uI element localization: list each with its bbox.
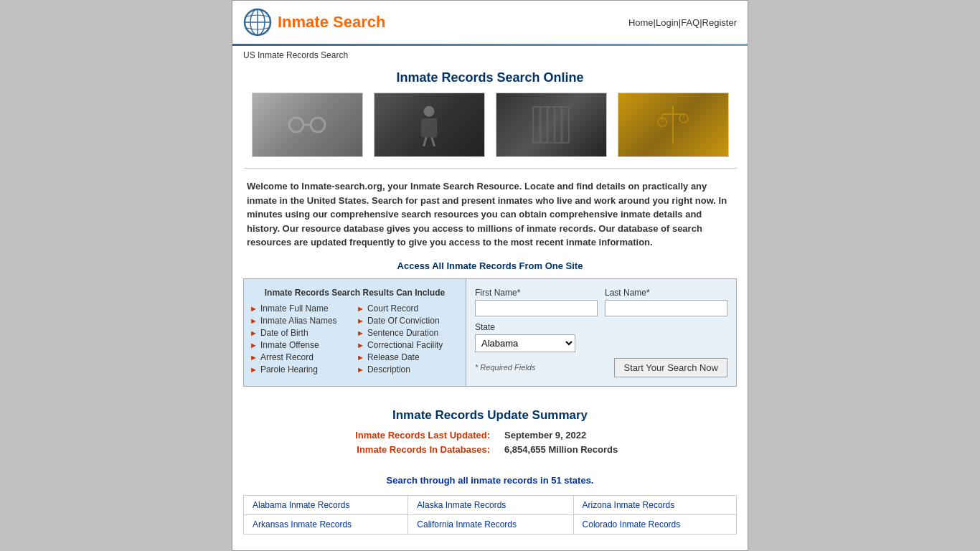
image-arrest xyxy=(374,93,485,157)
arrow-icon: ► xyxy=(250,341,258,349)
list-item: ► Date Of Conviction xyxy=(357,316,460,326)
item-label: Date of Birth xyxy=(260,328,308,338)
right-panel: First Name* Last Name* State AlabamaAlas… xyxy=(466,279,736,386)
divider xyxy=(243,168,737,169)
item-label: Sentence Duration xyxy=(367,328,438,338)
state-link[interactable]: Alabama Inmate Records xyxy=(253,500,349,510)
register-link[interactable]: Register xyxy=(702,17,737,28)
item-label: Correctional Facility xyxy=(367,340,443,350)
item-label: Date Of Conviction xyxy=(367,316,440,326)
table-cell[interactable]: California Inmate Records xyxy=(408,514,573,534)
welcome-text: Welcome to Inmate-search.org, your Inmat… xyxy=(232,172,748,257)
svg-rect-8 xyxy=(421,118,438,137)
item-label: Court Record xyxy=(367,303,418,314)
svg-rect-7 xyxy=(424,106,435,117)
svg-point-4 xyxy=(289,118,303,132)
breadcrumb: US Inmate Records Search xyxy=(232,46,748,65)
state-link[interactable]: Arkansas Inmate Records xyxy=(253,519,352,529)
update-summary: Inmate Records Update Summary Inmate Rec… xyxy=(232,397,748,469)
state-select[interactable]: AlabamaAlaskaArizonaArkansasCaliforniaCo… xyxy=(475,334,575,352)
list-item: ► Correctional Facility xyxy=(357,340,460,350)
search-states-link: Search through all inmate records in 51 … xyxy=(232,469,748,491)
arrow-icon: ► xyxy=(357,341,364,349)
table-row: Alabama Inmate Records Alaska Inmate Rec… xyxy=(244,495,737,514)
svg-rect-11 xyxy=(533,107,569,143)
records-label: Inmate Records In Databases: xyxy=(332,444,490,455)
svg-line-9 xyxy=(424,137,427,146)
records-value: 6,854,655 Million Records xyxy=(504,444,648,455)
page-title: Inmate Records Search Online xyxy=(232,70,748,85)
last-name-input[interactable] xyxy=(605,300,727,316)
access-heading: Access All Inmate Records From One Site xyxy=(232,257,748,275)
list-item: ► Date of Birth xyxy=(250,328,353,338)
search-states-anchor[interactable]: Search through all inmate records in 51 … xyxy=(387,475,594,486)
logo-area: Inmate Search xyxy=(243,8,385,37)
last-name-label: Last Name* xyxy=(605,288,727,298)
item-label: Arrest Record xyxy=(260,352,314,362)
list-item: ► Sentence Duration xyxy=(357,328,460,338)
form-footer: * Required Fields Start Your Search Now xyxy=(475,358,727,377)
list-item: ► Inmate Alias Names xyxy=(250,316,353,326)
left-panel-title: Inmate Records Search Results Can Includ… xyxy=(250,285,460,303)
list-item: ► Inmate Offense xyxy=(250,340,353,350)
site-header: Inmate Search Home|Login|FAQ|Register xyxy=(232,1,748,44)
item-label: Inmate Alias Names xyxy=(260,316,337,326)
results-grid: ► Inmate Full Name ► Court Record ► Inma… xyxy=(250,303,460,375)
state-link[interactable]: Arizona Inmate Records xyxy=(583,500,675,510)
table-cell[interactable]: Alaska Inmate Records xyxy=(408,495,573,514)
arrow-icon: ► xyxy=(357,304,364,313)
first-name-input[interactable] xyxy=(475,300,598,316)
item-label: Inmate Full Name xyxy=(260,303,329,314)
arrow-icon: ► xyxy=(250,329,258,337)
table-cell[interactable]: Arizona Inmate Records xyxy=(573,495,736,514)
arrow-icon: ► xyxy=(250,316,258,325)
home-link[interactable]: Home xyxy=(628,17,654,28)
faq-link[interactable]: FAQ xyxy=(681,17,699,28)
search-section: Inmate Records Search Results Can Includ… xyxy=(243,278,737,387)
form-row-state: State AlabamaAlaskaArizonaArkansasCalifo… xyxy=(475,322,727,352)
item-label: Description xyxy=(367,364,410,375)
state-records-table: Alabama Inmate Records Alaska Inmate Rec… xyxy=(243,495,737,534)
list-item: ► Parole Hearing xyxy=(250,364,353,375)
image-handcuffs xyxy=(252,93,363,157)
table-row: Arkansas Inmate Records California Inmat… xyxy=(244,514,737,534)
list-item: ► Description xyxy=(357,364,460,375)
state-link[interactable]: Alaska Inmate Records xyxy=(417,500,506,510)
state-link[interactable]: Colorado Inmate Records xyxy=(583,519,681,529)
arrow-icon: ► xyxy=(357,316,364,325)
last-updated-value: September 9, 2022 xyxy=(504,430,648,441)
list-item: ► Release Date xyxy=(357,352,460,362)
list-item: ► Inmate Full Name xyxy=(250,303,353,314)
nav-links: Home|Login|FAQ|Register xyxy=(628,17,737,28)
svg-point-5 xyxy=(311,118,325,132)
arrow-icon: ► xyxy=(357,329,364,337)
list-item: ► Arrest Record xyxy=(250,352,353,362)
arrow-icon: ► xyxy=(250,365,258,374)
last-updated-label: Inmate Records Last Updated: xyxy=(332,430,490,441)
arrow-icon: ► xyxy=(250,304,258,313)
login-link[interactable]: Login xyxy=(656,17,679,28)
arrow-icon: ► xyxy=(357,365,364,374)
globe-icon xyxy=(243,8,272,37)
table-cell[interactable]: Alabama Inmate Records xyxy=(244,495,408,514)
arrow-icon: ► xyxy=(357,353,364,362)
update-row-date: Inmate Records Last Updated: September 9… xyxy=(247,430,733,441)
first-name-field: First Name* xyxy=(475,288,598,316)
last-name-field: Last Name* xyxy=(605,288,727,316)
site-title: Inmate Search xyxy=(278,13,385,32)
update-title: Inmate Records Update Summary xyxy=(247,408,733,423)
state-link[interactable]: California Inmate Records xyxy=(417,519,517,529)
table-cell[interactable]: Arkansas Inmate Records xyxy=(244,514,408,534)
table-cell[interactable]: Colorado Inmate Records xyxy=(573,514,736,534)
search-button[interactable]: Start Your Search Now xyxy=(614,358,727,377)
item-label: Parole Hearing xyxy=(260,364,318,375)
list-item: ► Court Record xyxy=(357,303,460,314)
arrow-icon: ► xyxy=(250,353,258,362)
image-bars xyxy=(496,93,607,157)
image-justice xyxy=(618,93,729,157)
required-note: * Required Fields xyxy=(475,363,535,372)
page-title-area: Inmate Records Search Online xyxy=(232,65,748,89)
state-label: State xyxy=(475,322,727,332)
item-label: Release Date xyxy=(367,352,420,362)
images-row xyxy=(232,89,748,164)
